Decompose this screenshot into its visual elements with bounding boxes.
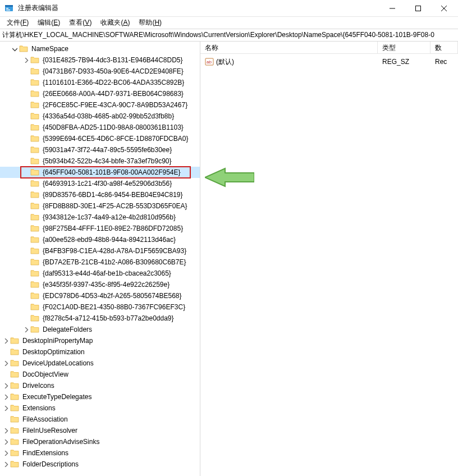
folder-icon <box>30 157 39 165</box>
tree-node[interactable]: Extensions <box>0 402 200 414</box>
tree-node-label: {04731B67-D933-450a-90E6-4ACD2E9408FE} <box>42 67 185 76</box>
tree-node-label: DeviceUpdateLocations <box>21 359 95 368</box>
folder-icon <box>30 326 39 333</box>
folder-icon <box>30 303 39 311</box>
tree-node[interactable]: {2F6CE85C-F9EE-43CA-90C7-8A9BD53A2467} <box>0 99 200 111</box>
tree-node[interactable]: {11016101-E366-4D22-BC06-4ADA335C892B} <box>0 77 200 88</box>
col-name[interactable]: 名称 <box>200 42 378 53</box>
folder-icon <box>30 191 39 199</box>
expand-toggle[interactable] <box>10 44 19 53</box>
tree-node[interactable]: {04731B67-D933-450a-90E6-4ACD2E9408FE} <box>0 66 200 77</box>
expand-toggle[interactable] <box>21 56 30 65</box>
tree-node[interactable]: NameSpace <box>0 43 200 54</box>
tree-node[interactable]: DriveIcons <box>0 380 200 391</box>
svg-rect-4 <box>416 6 421 11</box>
expand-toggle[interactable] <box>1 392 10 401</box>
menu-file[interactable]: 文件(F) <box>2 17 33 29</box>
tree-panel[interactable]: NameSpace{031E4825-7B94-4dc3-B131-E946B4… <box>0 42 200 476</box>
tree-node-label: {9343812e-1c37-4a49-a12e-4b2d810d956b} <box>42 213 177 222</box>
tree-node[interactable]: {F02C1A0D-BE21-4350-88B0-7367FC96EF3C} <box>0 301 200 313</box>
address-bar[interactable]: 计算机\HKEY_LOCAL_MACHINE\SOFTWARE\Microsof… <box>0 29 458 42</box>
tree-node[interactable]: {8FD8B88D-30E1-4F25-AC2B-553D3D65F0EA} <box>0 200 200 212</box>
folder-icon <box>30 247 39 255</box>
svg-rect-2 <box>6 8 8 9</box>
tree-node[interactable]: {e345f35f-9397-435c-8f95-4e922c26259e} <box>0 279 200 290</box>
expand-toggle[interactable] <box>1 336 10 345</box>
value-name: (默认) <box>216 57 234 67</box>
tree-node-label: {5b934b42-522b-4c34-bbfe-37a3ef7b9c90} <box>42 157 173 166</box>
value-list: ab(默认)REG_SZRec <box>200 54 458 70</box>
col-type[interactable]: 类型 <box>378 42 430 53</box>
tree-node-label: {daf95313-e44d-46af-be1b-cbacea2c3065} <box>42 269 172 278</box>
tree-node[interactable]: {4336a54d-038b-4685-ab02-99bb52d3fb8b} <box>0 111 200 122</box>
value-row[interactable]: ab(默认)REG_SZRec <box>200 56 458 67</box>
maximize-button[interactable] <box>405 0 431 17</box>
tree-node[interactable]: {daf95313-e44d-46af-be1b-cbacea2c3065} <box>0 268 200 279</box>
expand-toggle[interactable] <box>1 426 10 435</box>
folder-icon <box>30 213 39 221</box>
tree-node-label: {f8278c54-a712-415b-b593-b77a2be0dda9} <box>42 314 175 323</box>
tree-node[interactable]: DelegateFolders <box>0 324 200 335</box>
menu-view[interactable]: 查看(V) <box>65 17 96 29</box>
tree-node[interactable]: {89D83576-6BD1-4c86-9454-BEB04E94C819} <box>0 189 200 200</box>
tree-node[interactable]: DesktopIniPropertyMap <box>0 335 200 346</box>
expand-toggle[interactable] <box>1 460 10 469</box>
tree-node[interactable]: ExecuteTypeDelegates <box>0 391 200 402</box>
tree-node[interactable]: {645FF040-5081-101B-9F08-00AA002F954E} <box>0 167 200 178</box>
tree-node[interactable]: DocObjectView <box>0 369 200 380</box>
menu-edit[interactable]: 编辑(E) <box>33 17 65 29</box>
tree-node[interactable]: {26EE0668-A00A-44D7-9371-BEB064C98683} <box>0 88 200 99</box>
expand-toggle[interactable] <box>1 359 10 368</box>
menu-favorites[interactable]: 收藏夹(A) <box>96 17 134 29</box>
tree-node[interactable]: {450D8FBA-AD25-11D0-98A8-0800361B1103} <box>0 122 200 133</box>
folder-icon <box>30 90 39 98</box>
tree-node[interactable]: FolderDescriptions <box>0 459 200 470</box>
tree-node[interactable]: {5b934b42-522b-4c34-bbfe-37a3ef7b9c90} <box>0 155 200 167</box>
col-data[interactable]: 数 <box>430 42 458 53</box>
tree-node[interactable]: {f8278c54-a712-415b-b593-b77a2be0dda9} <box>0 313 200 324</box>
tree-node-label: {64693913-1c21-4f30-a98f-4e52906d3b56} <box>42 179 173 188</box>
tree-node[interactable]: FileOperationAdviseSinks <box>0 436 200 447</box>
tree-node-label: {26EE0668-A00A-44D7-9371-BEB064C98683} <box>42 89 185 98</box>
folder-icon <box>30 101 39 109</box>
tree-node[interactable]: {64693913-1c21-4f30-a98f-4e52906d3b56} <box>0 178 200 189</box>
expand-toggle[interactable] <box>1 381 10 390</box>
folder-icon <box>10 382 19 390</box>
tree-node-label: {031E4825-7B94-4dc3-B131-E946B44C8DD5} <box>42 56 184 65</box>
folder-icon <box>10 393 19 401</box>
tree-node[interactable]: {5399E694-6CE5-4D6C-8FCE-1D8870FDCBA0} <box>0 133 200 144</box>
folder-icon <box>30 67 39 75</box>
tree-node[interactable]: {EDC978D6-4D53-4b2f-A265-5805674BE568} <box>0 290 200 301</box>
folder-icon <box>30 56 39 64</box>
close-button[interactable] <box>431 0 457 17</box>
tree-node[interactable]: FindExtensions <box>0 447 200 459</box>
tree-node[interactable]: FileAssociation <box>0 414 200 425</box>
tree-node[interactable]: {a00ee528-ebd9-48b8-944a-8942113d46ac} <box>0 234 200 245</box>
tree-node-label: {5399E694-6CE5-4D6C-8FCE-1D8870FDCBA0} <box>42 134 189 143</box>
tree-node[interactable]: {98F275B4-4FFF-11E0-89E2-7B86DFD72085} <box>0 223 200 234</box>
folder-icon <box>30 135 39 143</box>
folder-icon <box>10 427 19 434</box>
tree-node-label: DesktopOptimization <box>21 347 86 356</box>
expand-toggle[interactable] <box>21 325 30 334</box>
tree-node-label: DelegateFolders <box>42 325 93 334</box>
tree-node[interactable]: {BD7A2E7B-21CB-41b2-A086-B309680C6B7E} <box>0 257 200 268</box>
tree-node[interactable]: DeviceUpdateLocations <box>0 358 200 369</box>
minimize-button[interactable] <box>379 0 405 17</box>
tree-node[interactable]: {9343812e-1c37-4a49-a12e-4b2d810d956b} <box>0 212 200 223</box>
folder-icon <box>30 202 39 210</box>
tree-node-label: {59031a47-3f72-44a7-89c5-5595fe6b30ee} <box>42 145 173 154</box>
tree-node[interactable]: {B4FB3F98-C1EA-428d-A78A-D1F5659CBA93} <box>0 245 200 257</box>
tree-node[interactable]: FileInUseResolver <box>0 425 200 436</box>
tree-node[interactable]: {59031a47-3f72-44a7-89c5-5595fe6b30ee} <box>0 144 200 155</box>
tree-node-label: FileOperationAdviseSinks <box>21 437 100 446</box>
expand-toggle[interactable] <box>1 437 10 446</box>
tree-node[interactable]: {031E4825-7B94-4dc3-B131-E946B44C8DD5} <box>0 54 200 66</box>
expand-toggle[interactable] <box>1 448 10 457</box>
menu-help[interactable]: 帮助(H) <box>134 17 166 29</box>
folder-icon <box>10 415 19 423</box>
tree-node-label: {a00ee528-ebd9-48b8-944a-8942113d46ac} <box>42 235 177 244</box>
tree-node[interactable]: DesktopOptimization <box>0 346 200 358</box>
expand-toggle[interactable] <box>1 404 10 413</box>
tree-node-label: DriveIcons <box>21 381 56 390</box>
